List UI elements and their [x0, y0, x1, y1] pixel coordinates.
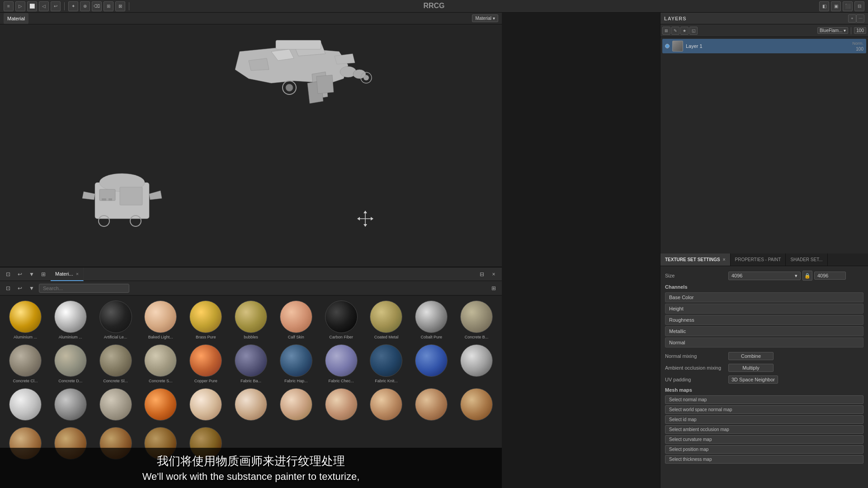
add-mask-btn[interactable]: ◱ — [689, 27, 698, 35]
add-effect-btn[interactable]: ★ — [680, 27, 689, 35]
layer-visibility-toggle[interactable] — [665, 44, 670, 48]
opacity-input[interactable]: 100 — [854, 27, 866, 34]
material-item-r3-9[interactable] — [94, 426, 137, 463]
blend-mode-selector[interactable]: BlueFlam... ▾ — [817, 27, 848, 34]
toolbar-btn-6[interactable]: ✦ — [68, 1, 78, 11]
material-item-1[interactable]: Aluminium ... — [49, 299, 92, 341]
toolbar-btn-10[interactable]: ⊠ — [115, 1, 125, 11]
search-filter-icon[interactable]: ⊡ — [4, 284, 13, 293]
channel-normal[interactable]: Normal — [665, 338, 863, 347]
add-fill-layer-btn[interactable]: ⊞ — [662, 27, 670, 35]
channel-metallic[interactable]: Metallic — [665, 326, 863, 336]
material-item-2[interactable]: Artificial Le... — [94, 299, 137, 341]
uv-padding-value[interactable]: 3D Space Neighbor — [728, 375, 778, 384]
material-item-11[interactable]: Concrete Cl... — [4, 343, 47, 385]
material-item-24[interactable] — [94, 387, 137, 424]
material-item-r3-7[interactable] — [4, 426, 47, 463]
channel-roughness[interactable]: Roughness — [665, 315, 863, 325]
material-item-r3-10[interactable] — [139, 426, 182, 463]
search-hist-icon[interactable]: ↩ — [15, 284, 24, 293]
material-item-7[interactable]: Carbon Fiber — [320, 299, 363, 341]
toolbar-btn-1[interactable]: ≡ — [4, 1, 14, 11]
toolbar-btn-right-4[interactable]: ⊟ — [854, 1, 864, 11]
layers-btn-2[interactable]: ⋯ — [856, 14, 864, 23]
material-item-21[interactable] — [455, 343, 498, 385]
toolbar-btn-3[interactable]: ⬜ — [27, 1, 37, 11]
ao-mixing-value[interactable]: Multiply — [728, 364, 774, 372]
toolbar-btn-9[interactable]: ⊞ — [104, 1, 113, 11]
material-item-15[interactable]: Copper Pure — [184, 343, 227, 385]
material-item-r3-8[interactable] — [49, 426, 92, 463]
mesh-map-thickness[interactable]: Select thickness map — [665, 455, 863, 464]
bottom-panel-icon-3[interactable]: ▼ — [27, 270, 36, 279]
bottom-tab-close[interactable]: × — [76, 271, 79, 277]
material-item-5[interactable]: bubbles — [229, 299, 273, 341]
add-paint-layer-btn[interactable]: ✎ — [671, 27, 679, 35]
viewport-dropdown-1[interactable]: Material ▾ — [472, 14, 498, 22]
tss-tab-texture-set[interactable]: TEXTURE SET SETTINGS × — [660, 253, 731, 266]
material-item-12[interactable]: Concrete D... — [49, 343, 92, 385]
material-item-16[interactable]: Fabric Ba... — [229, 343, 273, 385]
material-item-18[interactable]: Fabric Chec... — [320, 343, 363, 385]
material-item-r3-0[interactable] — [184, 387, 227, 424]
toolbar-btn-4[interactable]: ◁ — [39, 1, 49, 11]
mesh-map-curvature[interactable]: Select curvature map — [665, 435, 863, 444]
bottom-tab-materials[interactable]: Materi... × — [51, 267, 84, 281]
channel-base-color[interactable]: Base Color — [665, 292, 863, 302]
material-item-19[interactable]: Fabric Knit... — [365, 343, 408, 385]
bottom-panel-icon-4[interactable]: ⊞ — [39, 270, 48, 279]
material-item-10[interactable]: Concrete B... — [455, 299, 498, 341]
material-item-r3-6[interactable] — [455, 387, 498, 424]
material-item-r3-4[interactable] — [365, 387, 408, 424]
material-item-6[interactable]: Calf Skin — [274, 299, 318, 341]
material-item-20[interactable] — [410, 343, 453, 385]
layers-btn-1[interactable]: + — [848, 14, 856, 23]
material-item-r3-2[interactable] — [274, 387, 318, 424]
toolbar-btn-7[interactable]: ⊕ — [80, 1, 90, 11]
material-item-4[interactable]: Brass Pure — [184, 299, 227, 341]
bottom-panel-icon-2[interactable]: ↩ — [15, 270, 24, 279]
tss-tab-close[interactable]: × — [723, 257, 726, 262]
material-item-14[interactable]: Concrete S... — [139, 343, 182, 385]
normal-mixing-value[interactable]: Combine — [728, 352, 774, 360]
mesh-map-id[interactable]: Select id map — [665, 415, 863, 424]
toolbar-btn-8[interactable]: ⌫ — [92, 1, 102, 11]
material-item-22[interactable] — [4, 387, 47, 424]
material-item-23[interactable] — [49, 387, 92, 424]
tss-tab-shader[interactable]: SHADER SET... — [786, 253, 827, 266]
material-item-17[interactable]: Fabric Hap... — [274, 343, 318, 385]
tss-tab-properties[interactable]: PROPERTIES - PAINT — [731, 253, 786, 266]
bottom-panel-expand[interactable]: ⊟ — [477, 270, 486, 279]
toolbar-btn-right-2[interactable]: ▣ — [831, 1, 841, 11]
material-item-r3-3[interactable] — [320, 387, 363, 424]
bottom-panel-icon-1[interactable]: ⊡ — [4, 270, 13, 279]
grid-view-btn[interactable]: ⊞ — [489, 284, 498, 293]
material-item-r3-11[interactable] — [184, 426, 227, 463]
viewport-tab-material[interactable]: Material — [4, 13, 28, 24]
material-item-13[interactable]: Concrete Sl... — [94, 343, 137, 385]
toolbar-btn-5[interactable]: ↩ — [51, 1, 61, 11]
mesh-map-position[interactable]: Select position map — [665, 445, 863, 454]
material-item-r3-5[interactable] — [410, 387, 453, 424]
search-filter2-icon[interactable]: ▼ — [27, 284, 36, 293]
mesh-map-normal[interactable]: Select normal map — [665, 395, 863, 404]
material-item-9[interactable]: Cobalt Pure — [410, 299, 453, 341]
layer-opacity: 100 — [856, 47, 863, 52]
material-item-0[interactable]: Aluminium ... — [4, 299, 47, 341]
channel-height[interactable]: Height — [665, 304, 863, 314]
mesh-map-world-normal[interactable]: Select world space normal map — [665, 405, 863, 414]
bottom-panel-close[interactable]: × — [489, 270, 498, 279]
layer-item-1[interactable]: Layer 1 Norm. 100 — [662, 39, 866, 53]
toolbar-btn-right-1[interactable]: ◧ — [819, 1, 829, 11]
size-dropdown[interactable]: 4096 ▾ — [728, 272, 801, 280]
toolbar-btn-right-3[interactable]: ⬛ — [843, 1, 853, 11]
search-input[interactable] — [39, 284, 129, 293]
material-item-25[interactable] — [139, 387, 182, 424]
mesh-map-ao[interactable]: Select ambient occlusion map — [665, 425, 863, 434]
toolbar-btn-2[interactable]: ▷ — [15, 1, 25, 11]
material-item-3[interactable]: Baked Light... — [139, 299, 182, 341]
size-input-2[interactable]: 4096 — [814, 272, 846, 280]
material-item-coated-metal[interactable]: Coated Metal — [365, 299, 408, 341]
size-lock-icon[interactable]: 🔒 — [802, 271, 812, 281]
material-item-r3-1[interactable] — [229, 387, 273, 424]
